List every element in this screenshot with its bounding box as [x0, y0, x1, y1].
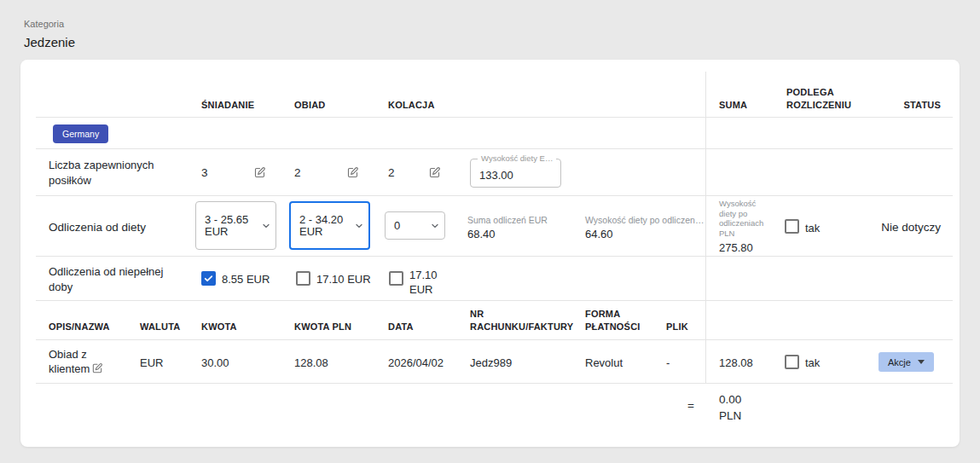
diet-amount-field: Wysokość diety E…: [470, 159, 561, 188]
partial-day-option-2-label: 17.10 EUR: [316, 272, 371, 286]
total-currency: PLN: [719, 408, 741, 424]
breakfast-deduction-select[interactable]: 3 - 25.65 EUR: [195, 201, 276, 250]
expense-payment: Revolut: [585, 356, 623, 370]
lunch-count-cell: 2: [294, 163, 359, 182]
header-date: DATA: [388, 321, 414, 333]
partial-day-checkbox-1[interactable]: [201, 271, 216, 286]
expense-billable-checkbox[interactable]: [785, 355, 799, 369]
billable-checkbox[interactable]: [785, 219, 799, 234]
total-equals-sign: =: [687, 398, 694, 413]
partial-day-option-1-label: 8.55 EUR: [222, 272, 270, 286]
caret-down-icon: [918, 360, 925, 364]
dinner-deduction-value: 0: [386, 215, 430, 237]
divider: [36, 195, 953, 196]
edit-icon[interactable]: [346, 166, 359, 179]
deductions-label: Odliczenia od diety: [49, 220, 146, 234]
diet-amount-input[interactable]: [471, 159, 560, 187]
lunch-deduction-select[interactable]: 2 - 34.20 EUR: [289, 201, 370, 250]
lunch-count: 2: [294, 165, 301, 180]
dinner-deduction-select[interactable]: 0: [385, 211, 445, 240]
expense-name: Obiad z klientem: [49, 348, 90, 375]
expense-date: 2026/04/02: [388, 356, 444, 370]
header-amount: KWOTA: [201, 321, 237, 333]
header-amount-pln: KWOTA PLN: [294, 321, 351, 333]
chevron-down-icon: [354, 221, 364, 231]
chevron-down-icon: [430, 221, 440, 231]
divider: [36, 148, 953, 149]
divider: [36, 300, 953, 301]
check-icon: [203, 273, 214, 284]
status-value: Nie dotyczy: [838, 220, 941, 234]
partial-day-checkbox-2[interactable]: [296, 271, 310, 286]
expense-invoice: Jedz989: [470, 356, 512, 370]
breakfast-count-cell: 3: [201, 163, 266, 182]
billable-checkbox-label: tak: [805, 221, 820, 235]
header-sum: SUMA: [719, 99, 747, 112]
header-status: STATUS: [838, 99, 941, 112]
header-file: PLIK: [666, 321, 688, 333]
header-invoice: NR RACHUNKU/FAKTURY: [470, 308, 577, 333]
expense-file: -: [666, 356, 670, 370]
header-lunch: OBIAD: [294, 99, 325, 112]
expense-currency: EUR: [140, 356, 163, 370]
expense-amount-pln: 128.08: [294, 356, 328, 370]
page-title: Jedzenie: [24, 35, 75, 49]
dinner-count: 2: [388, 165, 395, 180]
partial-day-checkbox-3[interactable]: [389, 271, 403, 286]
diet-after-value: 64.60: [585, 227, 613, 241]
divider: [36, 383, 953, 384]
sum-deductions-label: Suma odliczeń EUR: [467, 215, 548, 226]
sum-column-divider: [705, 72, 706, 384]
category-label: Kategoria: [24, 19, 64, 29]
sum-deductions-value: 68.40: [467, 227, 496, 241]
expense-billable-label: tak: [805, 356, 820, 370]
total-amount: 0.00: [719, 391, 741, 408]
edit-icon[interactable]: [91, 362, 103, 374]
actions-button-label: Akcje: [888, 357, 911, 368]
header-payment: FORMA PŁATNOŚCI: [585, 308, 647, 333]
edit-icon[interactable]: [428, 166, 441, 179]
lunch-deduction-value: 2 - 34.20 EUR: [291, 209, 354, 243]
sum-col-value: 275.80: [719, 240, 753, 255]
diet-card: ŚNIADANIE OBIAD KOLACJA SUMA PODLEGA ROZ…: [20, 60, 960, 447]
breakfast-deduction-value: 3 - 25.65 EUR: [196, 209, 261, 243]
sum-col-label: Wysokość diety po odliczeniach PLN: [719, 199, 774, 238]
provided-meals-label: Liczba zapewnionych posiłków: [49, 158, 172, 188]
chevron-down-icon: [261, 221, 271, 231]
expense-sum: 128.08: [719, 356, 753, 370]
expense-name-cell: Obiad z klientem: [49, 347, 127, 376]
header-breakfast: ŚNIADANIE: [201, 99, 254, 112]
actions-button[interactable]: Akcje: [879, 352, 934, 372]
diet-amount-label: Wysokość diety E…: [478, 153, 556, 163]
edit-icon[interactable]: [253, 166, 266, 179]
expense-amount: 30.00: [201, 356, 229, 370]
diet-after-label: Wysokość diety po odliczen…: [585, 215, 704, 226]
partial-day-option-3-label: 17.10 EUR: [409, 268, 447, 297]
dinner-count-cell: 2: [388, 163, 441, 182]
divider: [36, 339, 953, 340]
header-currency: WALUTA: [140, 321, 180, 333]
country-badge[interactable]: Germany: [53, 124, 108, 143]
total-amount-cell: 0.00 PLN: [719, 391, 741, 424]
breakfast-count: 3: [201, 165, 208, 180]
divider: [36, 117, 953, 118]
divider: [36, 256, 953, 257]
header-dinner: KOLACJA: [388, 99, 435, 112]
header-name: OPIS/NAZWA: [49, 321, 110, 333]
partial-day-label: Odliczenia od niepełnej doby: [49, 264, 181, 295]
